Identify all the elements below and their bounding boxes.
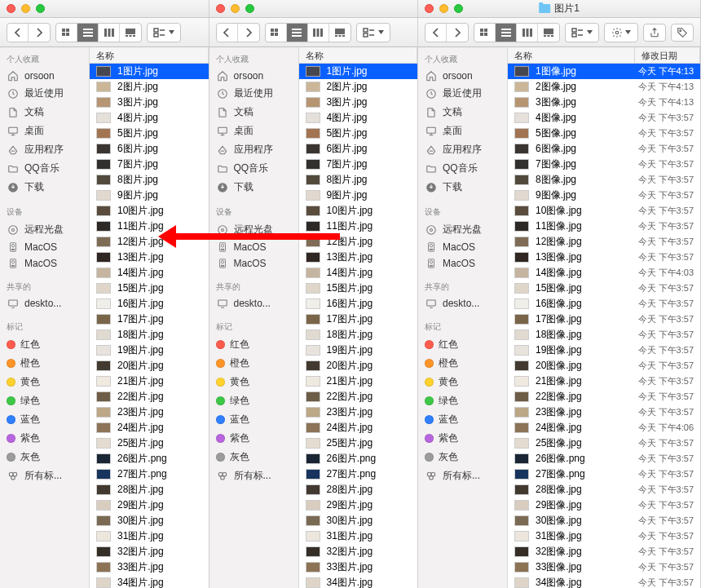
file-row[interactable]: 30图片.jpg <box>90 513 209 528</box>
file-row[interactable]: 12图片.jpg <box>90 234 209 250</box>
sidebar-item-tag[interactable]: 蓝色 <box>418 410 507 429</box>
file-row[interactable]: 4图片.jpg <box>90 110 209 126</box>
close-button[interactable] <box>7 4 15 13</box>
group-button[interactable] <box>566 24 598 42</box>
file-row[interactable]: 32图像.jpg今天 下午3:57 <box>508 544 700 559</box>
file-row[interactable]: 32图片.jpg <box>299 544 418 559</box>
titlebar[interactable] <box>209 0 418 18</box>
sidebar-item-desktop[interactable]: 桌面 <box>0 122 89 140</box>
minimize-button[interactable] <box>21 4 30 13</box>
sidebar-item-doc[interactable]: 文稿 <box>418 103 507 122</box>
file-row[interactable]: 22图片.jpg <box>299 389 418 405</box>
file-row[interactable]: 21图片.jpg <box>299 374 418 389</box>
sidebar-item-tag[interactable]: 橙色 <box>418 354 507 373</box>
forward-button[interactable] <box>447 24 468 42</box>
titlebar[interactable] <box>0 0 209 18</box>
file-row[interactable]: 3图像.jpg今天 下午4:13 <box>508 95 700 110</box>
sidebar-item-tag[interactable]: 红色 <box>0 335 89 354</box>
file-row[interactable]: 4图片.jpg <box>299 110 418 126</box>
back-button[interactable] <box>217 24 238 42</box>
file-row[interactable]: 4图像.jpg今天 下午3:57 <box>508 110 700 126</box>
sidebar-item-tag[interactable]: 红色 <box>418 335 507 354</box>
sidebar-item-clock[interactable]: 最近使用 <box>209 84 298 103</box>
action-button[interactable] <box>605 24 637 42</box>
file-row[interactable]: 8图像.jpg今天 下午3:57 <box>508 172 700 188</box>
sidebar-item-hdd[interactable]: MacOS <box>209 255 298 272</box>
file-row[interactable]: 25图片.jpg <box>90 435 209 451</box>
sidebar-item-disc[interactable]: 远程光盘 <box>209 220 298 239</box>
sidebar-item-disc[interactable]: 远程光盘 <box>418 220 507 239</box>
sidebar-item-monitor[interactable]: deskto... <box>418 295 507 312</box>
view-icon-button[interactable] <box>474 24 496 42</box>
zoom-button[interactable] <box>245 4 254 13</box>
file-row[interactable]: 18图像.jpg今天 下午3:57 <box>508 327 700 343</box>
file-row[interactable]: 8图片.jpg <box>299 172 418 188</box>
file-row[interactable]: 28图像.jpg今天 下午3:57 <box>508 482 700 497</box>
sidebar-item-tag[interactable]: 蓝色 <box>0 410 89 429</box>
sidebar-item-folder[interactable]: QQ音乐 <box>209 159 298 178</box>
file-row[interactable]: 15图片.jpg <box>299 281 418 296</box>
sidebar-item-download[interactable]: 下载 <box>418 178 507 197</box>
back-button[interactable] <box>7 24 29 42</box>
sidebar-item-clock[interactable]: 最近使用 <box>0 84 89 103</box>
group-button[interactable] <box>357 24 390 42</box>
file-row[interactable]: 22图像.jpg今天 下午3:57 <box>508 389 700 405</box>
file-row[interactable]: 27图片.png <box>90 466 209 482</box>
file-row[interactable]: 13图像.jpg今天 下午3:57 <box>508 250 700 265</box>
sidebar-item-hdd[interactable]: MacOS <box>0 255 89 272</box>
file-row[interactable]: 29图片.jpg <box>90 497 209 513</box>
file-row[interactable]: 26图片.png <box>90 451 209 466</box>
file-row[interactable]: 3图片.jpg <box>299 95 418 110</box>
file-row[interactable]: 18图片.jpg <box>299 327 418 343</box>
file-row[interactable]: 5图片.jpg <box>299 126 418 141</box>
file-row[interactable]: 8图片.jpg <box>90 172 209 188</box>
sidebar-item-tag[interactable]: 橙色 <box>209 354 298 373</box>
file-row[interactable]: 2图像.jpg今天 下午4:13 <box>508 79 700 95</box>
file-row[interactable]: 14图片.jpg <box>90 265 209 281</box>
file-row[interactable]: 27图像.png今天 下午3:57 <box>508 466 700 482</box>
sidebar-item-tag[interactable]: 红色 <box>209 335 298 354</box>
sidebar-item-tag[interactable]: 黄色 <box>418 373 507 391</box>
sidebar-item-app[interactable]: 应用程序 <box>418 140 507 159</box>
file-row[interactable]: 15图像.jpg今天 下午3:57 <box>508 281 700 296</box>
file-row[interactable]: 2图片.jpg <box>90 79 209 95</box>
file-row[interactable]: 33图片.jpg <box>299 559 418 575</box>
column-name[interactable]: 名称 <box>299 47 418 63</box>
file-row[interactable]: 14图像.jpg今天 下午4:03 <box>508 265 700 281</box>
column-name[interactable]: 名称 <box>90 47 209 63</box>
share-button[interactable] <box>643 24 666 42</box>
file-row[interactable]: 21图像.jpg今天 下午3:57 <box>508 374 700 389</box>
sidebar-item-home[interactable]: orsoon <box>0 68 89 84</box>
minimize-button[interactable] <box>439 4 448 13</box>
file-row[interactable]: 23图片.jpg <box>90 405 209 420</box>
view-column-button[interactable] <box>308 24 329 42</box>
forward-button[interactable] <box>238 24 259 42</box>
file-row[interactable]: 3图片.jpg <box>90 95 209 110</box>
sidebar-item-disc[interactable]: 远程光盘 <box>0 220 89 239</box>
file-row[interactable]: 17图片.jpg <box>90 312 209 327</box>
sidebar-item-tag[interactable]: 紫色 <box>0 429 89 448</box>
file-row[interactable]: 17图片.jpg <box>299 312 418 327</box>
file-row[interactable]: 31图像.jpg今天 下午3:57 <box>508 528 700 544</box>
sidebar-item-desktop[interactable]: 桌面 <box>209 122 298 140</box>
file-row[interactable]: 24图片.jpg <box>90 420 209 435</box>
file-row[interactable]: 1图片.jpg <box>90 64 209 79</box>
file-row[interactable]: 1图像.jpg今天 下午4:13 <box>508 64 700 79</box>
sidebar-item-doc[interactable]: 文稿 <box>0 103 89 122</box>
titlebar[interactable]: 图片1 <box>418 0 700 18</box>
sidebar-item-tag[interactable]: 绿色 <box>418 391 507 410</box>
sidebar-item-home[interactable]: orsoon <box>209 68 298 84</box>
sidebar-item-clock[interactable]: 最近使用 <box>418 84 507 103</box>
view-list-button[interactable] <box>496 24 517 42</box>
close-button[interactable] <box>425 4 434 13</box>
sidebar-item-app[interactable]: 应用程序 <box>209 140 298 159</box>
column-date[interactable]: 修改日期 <box>635 47 700 63</box>
sidebar-item-alltags[interactable]: 所有标... <box>0 466 89 485</box>
file-row[interactable]: 9图像.jpg今天 下午3:57 <box>508 188 700 203</box>
file-row[interactable]: 22图片.jpg <box>90 389 209 405</box>
view-gallery-button[interactable] <box>120 24 141 42</box>
file-row[interactable]: 19图片.jpg <box>90 343 209 358</box>
file-row[interactable]: 25图像.jpg今天 下午3:57 <box>508 435 700 451</box>
file-list[interactable]: 1图片.jpg2图片.jpg3图片.jpg4图片.jpg5图片.jpg6图片.j… <box>90 64 209 588</box>
group-button[interactable] <box>148 24 180 42</box>
